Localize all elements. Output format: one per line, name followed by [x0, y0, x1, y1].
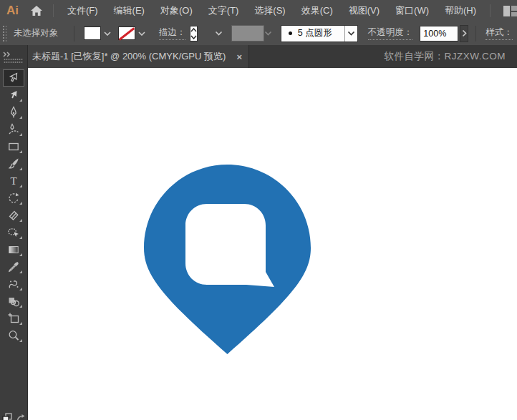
control-bar: 未选择对象 描边： [0, 21, 517, 46]
watermark-text: 软件自学网：RJZXW.COM [249, 45, 517, 68]
illustrator-logo: Ai [6, 4, 19, 18]
selection-tool[interactable] [3, 69, 24, 87]
document-tab-title: 未标题-1 [已恢复]* @ 200% (CMYK/GPU 预览) [32, 50, 226, 63]
menu-type[interactable]: 文字(T) [200, 0, 247, 21]
gradient-tool-icon [7, 243, 20, 256]
selection-status: 未选择对象 [14, 27, 59, 39]
rotate-tool-icon [7, 192, 20, 205]
stroke-color-control[interactable] [118, 26, 145, 40]
symbol-sprayer-tool-icon [7, 278, 20, 290]
width-profile-chevron [264, 26, 272, 41]
default-swatches-icon[interactable] [2, 413, 12, 420]
direct-selection-tool[interactable] [3, 87, 24, 104]
shaper-tool-icon [7, 226, 20, 239]
chevron-down-icon [344, 26, 357, 41]
symbol-sprayer-tool[interactable] [3, 275, 24, 293]
shaper-tool[interactable] [3, 224, 24, 241]
eyedropper-tool-icon [7, 260, 20, 273]
menubar-divider [53, 4, 54, 17]
chevron-down-icon [138, 31, 145, 36]
controlbar-grip[interactable] [2, 25, 6, 42]
eyedropper-tool[interactable] [3, 258, 24, 275]
pen-tool[interactable] [3, 104, 24, 121]
rotate-tool[interactable] [3, 190, 24, 207]
style-label[interactable]: 样式： [485, 26, 513, 40]
toolbar-bottom-controls [0, 411, 27, 420]
controlbar-divider [74, 26, 74, 41]
swap-fill-stroke-icon[interactable] [16, 413, 25, 420]
pen-tool-icon [7, 106, 20, 119]
opacity-input[interactable] [420, 26, 458, 41]
pin-speech-bubble-shape [144, 165, 311, 354]
chevron-down-icon [104, 31, 111, 36]
workspace: T [0, 68, 517, 420]
selection-tool-icon [7, 72, 20, 84]
shape-builder-tool-icon [7, 295, 20, 308]
brush-definition-value: 5 点圆形 [298, 27, 332, 39]
artboard-tool-icon [7, 312, 20, 325]
opacity-label[interactable]: 不透明度： [368, 26, 413, 40]
tools-list: T [0, 68, 27, 344]
tab-close-icon[interactable]: × [234, 52, 244, 62]
stroke-weight-stepper[interactable] [190, 26, 198, 41]
menu-help[interactable]: 帮助(H) [437, 0, 484, 21]
menu-file[interactable]: 文件(F) [59, 0, 106, 21]
svg-text:T: T [10, 175, 16, 187]
controlbar-divider [475, 26, 476, 41]
direct-selection-tool-icon [7, 89, 20, 102]
stepper-up-icon [190, 28, 197, 32]
gradient-tool[interactable] [3, 241, 24, 258]
rectangle-tool[interactable] [3, 138, 24, 155]
brush-definition-select[interactable]: 5 点圆形 [281, 25, 358, 42]
type-tool-icon: T [7, 175, 20, 187]
paintbrush-tool-icon [7, 157, 20, 170]
main-menu: 文件(F)编辑(E)对象(O)文字(T)选择(S)效果(C)视图(V)窗口(W)… [59, 0, 484, 21]
eraser-tool-icon [7, 209, 20, 222]
zoom-tool[interactable] [3, 327, 24, 344]
menu-object[interactable]: 对象(O) [153, 0, 200, 21]
logo-artwork[interactable] [144, 165, 311, 354]
shape-builder-tool[interactable] [3, 293, 24, 310]
tool-panel: T [0, 68, 28, 420]
menubar-divider [490, 4, 491, 17]
document-tab-bar: 未标题-1 [已恢复]* @ 200% (CMYK/GPU 预览) × 软件自学… [0, 45, 517, 68]
width-profile-select [231, 25, 264, 41]
menu-view[interactable]: 视图(V) [341, 0, 387, 21]
toolbar-header [0, 45, 28, 68]
curvature-tool-icon [7, 123, 20, 136]
home-icon[interactable] [26, 0, 47, 21]
stroke-none-swatch [118, 26, 135, 40]
artboard-tool[interactable] [3, 310, 24, 327]
menu-select[interactable]: 选择(S) [246, 0, 293, 21]
stepper-down-icon [190, 35, 197, 39]
illustrator-window: Ai 文件(F)编辑(E)对象(O)文字(T)选择(S)效果(C)视图(V)窗口… [0, 0, 517, 420]
menu-window[interactable]: 窗口(W) [387, 0, 437, 21]
workspace-switcher-icon [503, 6, 517, 16]
menu-effect[interactable]: 效果(C) [294, 0, 341, 21]
document-tab[interactable]: 未标题-1 [已恢复]* @ 200% (CMYK/GPU 预览) × [28, 45, 249, 68]
stroke-weight-dropdown-chevron[interactable] [215, 26, 223, 41]
rectangle-tool-icon [7, 140, 20, 153]
menu-edit[interactable]: 编辑(E) [106, 0, 153, 21]
paintbrush-tool[interactable] [3, 155, 24, 172]
stroke-weight-value[interactable] [199, 26, 214, 41]
menu-bar: Ai 文件(F)编辑(E)对象(O)文字(T)选择(S)效果(C)视图(V)窗口… [0, 0, 517, 21]
workspace-switcher[interactable] [496, 0, 517, 21]
brush-preview-dot [289, 31, 292, 35]
canvas[interactable] [28, 68, 517, 420]
toolbar-grip[interactable] [4, 58, 23, 63]
eraser-tool[interactable] [3, 207, 24, 224]
zoom-tool-icon [7, 329, 20, 342]
opacity-expand-button[interactable] [460, 25, 468, 42]
fill-color-swatch [84, 26, 101, 40]
curvature-tool[interactable] [3, 121, 24, 138]
type-tool[interactable]: T [3, 172, 24, 190]
fill-color-control[interactable] [84, 26, 111, 40]
stroke-label[interactable]: 描边： [159, 26, 186, 40]
